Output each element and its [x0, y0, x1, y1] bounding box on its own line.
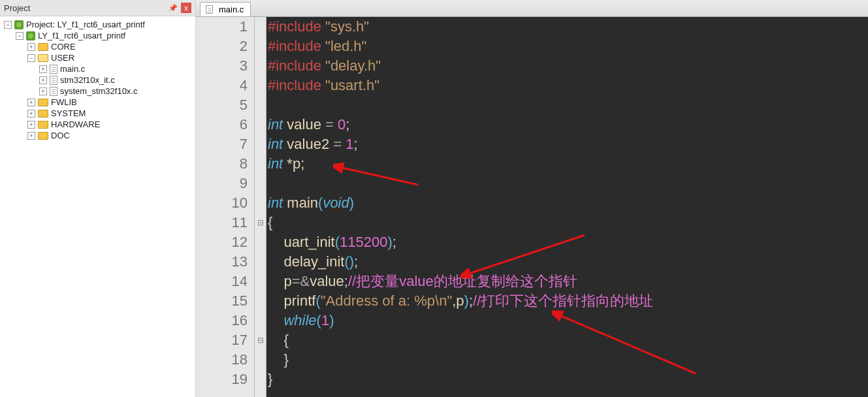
line-number: 15 — [196, 291, 248, 311]
fold-toggle[interactable]: ⊟ — [255, 213, 266, 232]
code-line: p=&value;//把变量value的地址复制给这个指针 — [268, 272, 868, 291]
line-number: 19 — [196, 370, 248, 389]
code-line: while(1) — [268, 311, 868, 330]
tree-label: CORE — [51, 42, 76, 52]
code-line — [268, 95, 868, 115]
close-icon[interactable]: x — [181, 3, 191, 13]
folder-icon — [38, 121, 48, 129]
line-number: 17 — [196, 330, 248, 350]
tree-toggle[interactable]: + — [27, 132, 35, 140]
project-icon — [14, 20, 24, 29]
folder-icon — [38, 99, 48, 106]
code-line: uart_init(115200); — [268, 232, 868, 252]
line-number: 2 — [196, 37, 248, 56]
code-line: { — [268, 330, 868, 350]
tree-file-main[interactable]: + main.c — [0, 63, 195, 74]
code-line: { — [268, 213, 868, 232]
fold-gutter: ⊟ ⊟ — [255, 17, 266, 397]
tree-label: main.c — [60, 64, 85, 74]
tree-label: HARDWARE — [51, 119, 100, 129]
line-number: 11 — [196, 213, 248, 232]
folder-icon — [38, 132, 48, 140]
code-line: #include "usart.h" — [268, 76, 868, 95]
tree-target[interactable]: − LY_f1_rct6_usart_printf — [0, 30, 195, 41]
tree-label: DOC — [51, 131, 70, 140]
project-tree[interactable]: − Project: LY_f1_rct6_usart_printf − LY_… — [0, 16, 195, 397]
folder-icon — [38, 54, 48, 62]
code-line: #include "delay.h" — [268, 56, 868, 76]
line-number: 12 — [196, 232, 248, 252]
code-line: delay_init(); — [268, 252, 868, 272]
tree-toggle[interactable]: + — [39, 65, 47, 73]
tree-toggle[interactable]: + — [27, 121, 35, 129]
code-line: int value = 0; — [268, 115, 868, 135]
tree-label: SYSTEM — [51, 108, 86, 118]
tree-root[interactable]: − Project: LY_f1_rct6_usart_printf — [0, 19, 195, 30]
folder-icon — [38, 43, 48, 51]
tree-label: FWLIB — [51, 97, 77, 107]
tree-folder-user[interactable]: − USER — [0, 52, 195, 63]
file-icon — [50, 65, 57, 74]
tree-toggle[interactable]: + — [27, 43, 35, 51]
project-panel: Project 📌 x − Project: LY_f1_rct6_usart_… — [0, 0, 196, 397]
line-number: 13 — [196, 252, 248, 272]
code-content[interactable]: #include "sys.h" #include "led.h" #inclu… — [266, 17, 868, 397]
line-number: 18 — [196, 350, 248, 370]
tree-toggle[interactable]: − — [16, 32, 24, 40]
tab-main-c[interactable]: main.c — [200, 2, 251, 16]
code-line — [268, 174, 868, 193]
tree-folder-hardware[interactable]: + HARDWARE — [0, 119, 195, 130]
file-icon — [206, 5, 213, 14]
tree-label: system_stm32f10x.c — [60, 86, 138, 96]
file-icon — [50, 76, 57, 85]
pin-icon[interactable]: 📌 — [168, 3, 178, 13]
folder-icon — [38, 110, 48, 118]
tree-toggle[interactable]: + — [39, 76, 47, 84]
tree-label: Project: LY_f1_rct6_usart_printf — [26, 20, 145, 29]
line-number: 8 — [196, 154, 248, 174]
tree-folder-fwlib[interactable]: + FWLIB — [0, 97, 195, 108]
tab-label: main.c — [219, 5, 244, 14]
tree-label: stm32f10x_it.c — [60, 75, 115, 85]
code-line: int *p; — [268, 154, 868, 174]
code-editor[interactable]: 1 2 3 4 5 6 7 8 9 10 11 12 13 14 15 16 1… — [196, 17, 868, 397]
code-line: #include "led.h" — [268, 37, 868, 56]
code-line: } — [268, 350, 868, 370]
line-number: 16 — [196, 311, 248, 330]
file-icon — [50, 87, 57, 96]
tab-bar: main.c — [196, 0, 868, 17]
line-number: 10 — [196, 193, 248, 213]
code-line: #include "sys.h" — [268, 17, 868, 37]
project-panel-title: Project — [4, 3, 165, 13]
tree-toggle[interactable]: + — [39, 87, 47, 95]
line-number: 6 — [196, 115, 248, 135]
code-line: int main(void) — [268, 193, 868, 213]
project-panel-header: Project 📌 x — [0, 0, 195, 16]
tree-label: USER — [51, 53, 74, 63]
fold-toggle[interactable]: ⊟ — [255, 330, 266, 350]
tree-toggle[interactable]: − — [27, 54, 35, 62]
tree-file-it[interactable]: + stm32f10x_it.c — [0, 74, 195, 86]
tree-toggle[interactable]: + — [27, 99, 35, 106]
code-line: } — [268, 370, 868, 389]
code-line: printf("Address of a: %p\n",p);//打印下这个指针… — [268, 291, 868, 311]
line-number: 7 — [196, 135, 248, 154]
line-number: 3 — [196, 56, 248, 76]
tree-folder-doc[interactable]: + DOC — [0, 130, 195, 141]
line-number: 14 — [196, 272, 248, 291]
line-number: 1 — [196, 17, 248, 37]
target-icon — [26, 31, 35, 40]
line-number: 4 — [196, 76, 248, 95]
tree-toggle[interactable]: + — [27, 110, 35, 118]
tree-folder-system[interactable]: + SYSTEM — [0, 108, 195, 119]
tree-folder-core[interactable]: + CORE — [0, 41, 195, 52]
line-number: 5 — [196, 95, 248, 115]
line-number: 9 — [196, 174, 248, 193]
tree-file-sysc[interactable]: + system_stm32f10x.c — [0, 86, 195, 97]
code-line: int value2 = 1; — [268, 135, 868, 154]
tree-label: LY_f1_rct6_usart_printf — [38, 31, 125, 40]
line-number-gutter: 1 2 3 4 5 6 7 8 9 10 11 12 13 14 15 16 1… — [196, 17, 255, 397]
editor-area: main.c 1 2 3 4 5 6 7 8 9 10 11 12 13 14 … — [196, 0, 868, 397]
tree-toggle[interactable]: − — [4, 21, 12, 29]
